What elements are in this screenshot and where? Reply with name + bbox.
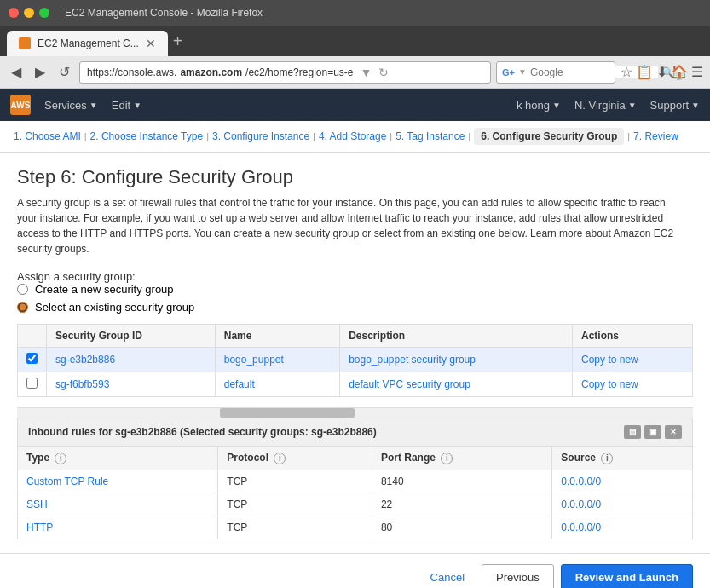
inbound-rules-header: Inbound rules for sg-e3b2b886 (Selected … [17,418,693,446]
sg-name-2: default [215,372,339,397]
step-sep-4: | [390,131,392,141]
user-menu[interactable]: k hong ▼ [517,99,561,112]
tab-favicon [19,37,31,49]
window-controls[interactable] [9,8,49,18]
table-row[interactable]: sg-e3b2b886 bogo_puppet bogo_puppet secu… [18,348,693,372]
sg-desc-link-1[interactable]: bogo_puppet security group [349,354,476,366]
type-info-icon[interactable]: i [55,453,66,464]
review-and-launch-button[interactable]: Review and Launch [561,564,693,589]
col-group-id: Security Group ID [47,325,216,348]
step-5[interactable]: 5. Tag Instance [395,130,465,142]
sg-desc-2: default VPC security group [340,372,573,397]
step-3[interactable]: 3. Configure Instance [212,130,309,142]
inbound-rules-table: Type i Protocol i Port Range i Source i [17,446,693,539]
sg-id-link-1[interactable]: sg-e3b2b886 [55,354,115,366]
aws-topbar: AWS Services ▼ Edit ▼ k hong ▼ N. Virgin… [0,89,710,121]
cancel-button[interactable]: Cancel [420,566,475,589]
edit-menu[interactable]: Edit ▼ [112,99,141,112]
support-label: Support [650,99,690,112]
sg-action-link-1[interactable]: Copy to new [581,354,638,366]
radio-existing-group[interactable]: Select an existing security group [17,301,693,314]
radio-new-label: Create a new security group [35,283,174,296]
source-info-icon[interactable]: i [601,453,613,464]
aws-logo-text: AWS [11,101,31,110]
sg-desc-link-2[interactable]: default VPC security group [349,378,470,390]
minimize-button[interactable] [24,8,34,18]
edit-dropdown-arrow: ▼ [133,101,141,110]
menu-icon[interactable]: ☰ [691,64,703,80]
user-dropdown-arrow: ▼ [552,101,561,110]
table-row[interactable]: sg-f6bfb593 default default VPC security… [18,372,693,397]
assign-group: Assign a security group: Create a new se… [17,270,693,314]
previous-button[interactable]: Previous [482,564,554,589]
browser-toolbar-icons: ☆ 📋 ⬇ 🏠 ☰ [621,64,703,80]
step-2[interactable]: 2. Choose Instance Type [90,130,204,142]
bookmark-icon[interactable]: ☆ [621,64,632,80]
forward-button[interactable]: ▶ [31,62,49,82]
browser-tabbar: EC2 Management C... ✕ + [0,26,710,56]
url-domain: amazon.com [180,66,242,78]
address-bar[interactable]: https://console.aws.amazon.com/ec2/home?… [79,61,491,84]
scroll-thumb[interactable] [220,408,355,418]
main-content: Step 6: Configure Security Group A secur… [0,153,710,553]
horizontal-scrollbar[interactable] [17,407,693,418]
step-sep-5: | [468,131,470,141]
sg-id-2: sg-f6bfb593 [47,372,216,397]
port-info-icon[interactable]: i [441,453,453,464]
region-dropdown-arrow: ▼ [628,101,637,110]
step-1[interactable]: 1. Choose AMI [14,130,81,142]
rule-source-1: 0.0.0.0/0 [552,470,693,493]
reload-button[interactable]: ↺ [55,62,74,82]
radio-existing-input[interactable] [17,302,28,313]
page-title: Step 6: Configure Security Group [17,166,693,188]
step-7[interactable]: 7. Review [633,130,678,142]
rule-port-3: 80 [372,516,551,539]
active-tab[interactable]: EC2 Management C... ✕ [7,31,168,56]
col-description: Description [340,325,573,348]
search-engine-icon: G+ [502,67,515,78]
sg-id-link-2[interactable]: sg-f6bfb593 [55,378,109,390]
url-suffix: /ec2/home?region=us-e [245,66,353,78]
tab-close-button[interactable]: ✕ [146,37,156,50]
home-icon[interactable]: 🏠 [671,64,688,80]
step-4[interactable]: 4. Add Storage [319,130,386,142]
sg-name-1: bogo_puppet [215,348,339,372]
sg-name-link-2[interactable]: default [224,378,255,390]
rules-col-protocol: Protocol i [218,447,372,470]
sg-desc-1: bogo_puppet security group [340,348,573,372]
back-button[interactable]: ◀ [7,62,26,82]
radio-new-group[interactable]: Create a new security group [17,283,693,296]
rule-type-3: HTTP [18,516,218,539]
inbound-icon-1[interactable]: ▤ [624,425,641,439]
inbound-icon-2[interactable]: ▣ [644,425,661,439]
search-bar[interactable]: G+ ▼ 🔍 [496,61,615,84]
new-tab-button[interactable]: + [173,32,183,51]
rule-protocol-1: TCP [218,470,372,493]
sg-name-link-1[interactable]: bogo_puppet [224,354,284,366]
region-label: N. Virginia [574,99,626,112]
rule-type-2: SSH [18,493,218,516]
step-sep-2: | [206,131,209,141]
radio-existing-label: Select an existing security group [35,301,194,314]
support-menu[interactable]: Support ▼ [650,99,700,112]
row-checkbox-2[interactable] [18,372,47,397]
assign-label: Assign a security group: [17,270,136,283]
close-button[interactable] [9,8,19,18]
ssl-icon: ▼ [361,66,372,79]
protocol-info-icon[interactable]: i [274,453,286,464]
sg-action-link-2[interactable]: Copy to new [581,378,638,390]
inbound-icon-3[interactable]: ✕ [665,425,682,439]
download-icon[interactable]: ⬇ [656,64,667,80]
radio-new-input[interactable] [17,284,28,295]
maximize-button[interactable] [39,8,49,18]
rules-col-type: Type i [18,447,218,470]
step-sep-1: | [84,131,87,141]
services-menu[interactable]: Services ▼ [44,99,98,112]
inbound-rules-title: Inbound rules for sg-e3b2b886 (Selected … [28,426,377,438]
region-menu[interactable]: N. Virginia ▼ [574,99,637,112]
bookmarks-list-icon[interactable]: 📋 [636,64,653,80]
col-checkbox [18,325,47,348]
rule-row: HTTP TCP 80 0.0.0.0/0 [18,516,693,539]
row-checkbox[interactable] [18,348,47,372]
step-6[interactable]: 6. Configure Security Group [474,128,624,145]
